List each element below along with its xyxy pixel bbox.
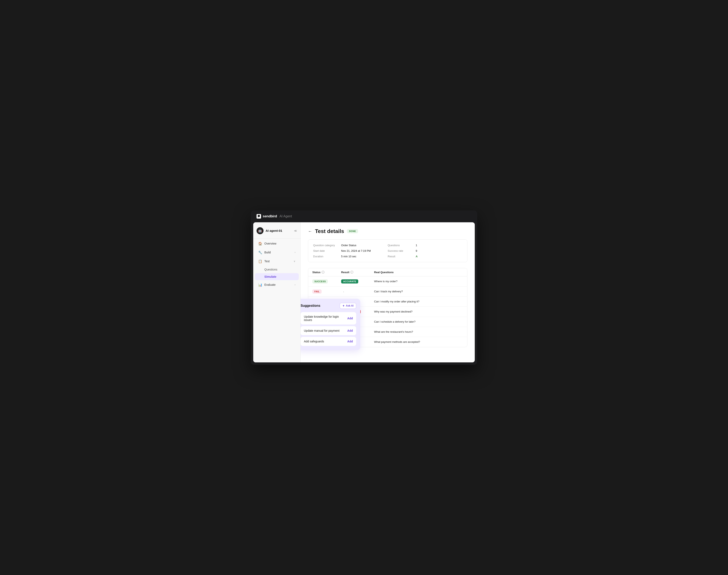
status-pill: FAIL [312,290,322,294]
product-name: AI Agent [279,214,292,218]
row6-question: What are the restaurant's hours? [374,330,463,333]
sidebar-item-overview[interactable]: 🏠 Overview [255,239,299,248]
header-questions: Real Questions [374,271,463,274]
meta-row-successrate: Success rate 9 [388,249,462,252]
row2-status: FAIL [312,290,341,294]
build-chevron-icon: › [295,251,295,254]
sidebar-subitem-simulate-label: Simulate [264,275,276,278]
sidebar-item-test[interactable]: 📋 Test ∨ [255,257,299,266]
status-pill: SUCCESS [312,279,328,283]
suggestion-payment-add-button[interactable]: Add [347,329,353,332]
suggestion-login-add-button[interactable]: Add [347,317,353,320]
row1-status: SUCCESS [312,279,341,283]
row5-question: Can I schedule a delivery for later? [374,320,463,323]
ask-ai-button[interactable]: ✦ Ask AI [340,303,356,309]
row2-question: Can I track my delivery? [374,290,463,293]
category-value: Order Status [341,244,356,247]
page-header: ← Test details DONE [308,228,467,234]
table-header: Status i Result i Real Questions [308,268,467,276]
sidebar-subitem-questions[interactable]: Questions [255,266,299,273]
questions-label: Questions [388,244,412,247]
collapse-button[interactable]: ≪ [294,229,297,232]
main-layout: 🤖 AI agent-01 ≪ 🏠 Overview 🔧 Build › [253,222,475,362]
result-pill: ACCURATE [341,279,358,283]
app-window: sendbird AI Agent 🤖 AI agent-01 ≪ 🏠 Over… [251,210,477,365]
result-pill: - [341,290,346,294]
page-title: Test details [315,228,344,234]
build-icon: 🔧 [258,250,262,255]
back-button[interactable]: ← [308,229,312,234]
suggestion-item-login: Update knowledge for login issues Add [301,312,356,325]
row3-question: Can I modify my order after placing it? [374,300,463,303]
agent-header: 🤖 AI agent-01 ≪ [253,226,300,238]
sidebar-item-evaluate[interactable]: 📊 Evaluate › [255,280,299,289]
sendbird-icon [257,214,261,218]
ask-ai-label: Ask AI [346,304,354,307]
duration-value: 5 min 10 sec [341,255,356,258]
startdate-label: Start date [313,249,338,252]
sidebar: 🤖 AI agent-01 ≪ 🏠 Overview 🔧 Build › [253,222,301,362]
evaluate-icon: 📊 [258,283,262,287]
row1-result: ACCURATE [341,279,374,283]
test-chevron-icon: ∨ [294,260,295,263]
evaluate-chevron-icon: › [295,283,295,286]
suggestions-panel: Suggestions ✦ Ask AI Update knowledge fo… [301,299,360,350]
row4-question: Why was my payment declined? [374,310,463,313]
home-icon: 🏠 [258,242,262,245]
result-label: Result [388,255,412,258]
sidebar-subitem-questions-label: Questions [264,268,277,271]
row1-question: Where is my order? [374,280,463,283]
header-result: Result i [341,271,374,274]
agent-info: 🤖 AI agent-01 [257,227,282,234]
suggestions-header: Suggestions ✦ Ask AI [301,303,356,309]
meta-section: Question category Order Status Questions… [308,239,467,262]
result-value: A [416,255,417,258]
topbar: sendbird AI Agent [251,210,477,222]
brand-name: sendbird [263,214,277,218]
duration-label: Duration [313,255,338,258]
sidebar-subitem-simulate[interactable]: Simulate [255,273,299,280]
row7-question: What payment methods are accepted? [374,340,463,343]
sidebar-item-overview-label: Overview [264,242,276,245]
questions-value: 1 [416,244,417,247]
sidebar-item-evaluate-label: Evaluate [264,283,276,286]
startdate-value: Nov 21, 2024 at 7:19 PM [341,249,371,252]
successrate-value: 9 [416,249,417,252]
agent-avatar: 🤖 [257,227,263,234]
suggestion-payment-text: Update manual for payment [304,329,339,332]
sendbird-logo: sendbird AI Agent [257,214,292,218]
table-row: SUCCESS ACCURATE Where is my order? [308,276,467,286]
agent-name: AI agent-01 [265,229,282,232]
suggestion-item-safeguards: Add safeguards Add [301,337,356,346]
suggestions-title: Suggestions [301,304,320,308]
meta-row-questions: Questions 1 [388,244,462,247]
suggestion-safeguards-add-button[interactable]: Add [347,340,353,343]
meta-row-category: Question category Order Status [313,244,388,247]
nav-divider [253,238,300,239]
main-content: Suggestions ✦ Ask AI Update knowledge fo… [301,222,475,362]
table-row: FAIL - Can I track my delivery? [308,286,467,297]
test-icon: 📋 [258,259,262,263]
suggestion-item-payment: Update manual for payment Add [301,326,356,335]
status-badge: DONE [347,229,358,233]
meta-row-startdate: Start date Nov 21, 2024 at 7:19 PM [313,249,388,252]
sparkle-icon: ✦ [342,304,344,307]
sidebar-item-build-label: Build [264,251,271,254]
suggestion-safeguards-text: Add safeguards [304,340,324,343]
sidebar-item-test-label: Test [264,260,270,263]
meta-row-duration: Duration 5 min 10 sec [313,255,388,258]
suggestion-login-text: Update knowledge for login issues [304,315,347,322]
successrate-label: Success rate [388,249,412,252]
row2-result: - [341,290,374,294]
result-info-icon: i [351,271,353,274]
meta-row-result: Result A [388,255,462,258]
status-info-icon: i [322,271,324,274]
sidebar-item-build[interactable]: 🔧 Build › [255,248,299,257]
category-label: Question category [313,244,338,247]
header-status: Status i [312,271,341,274]
